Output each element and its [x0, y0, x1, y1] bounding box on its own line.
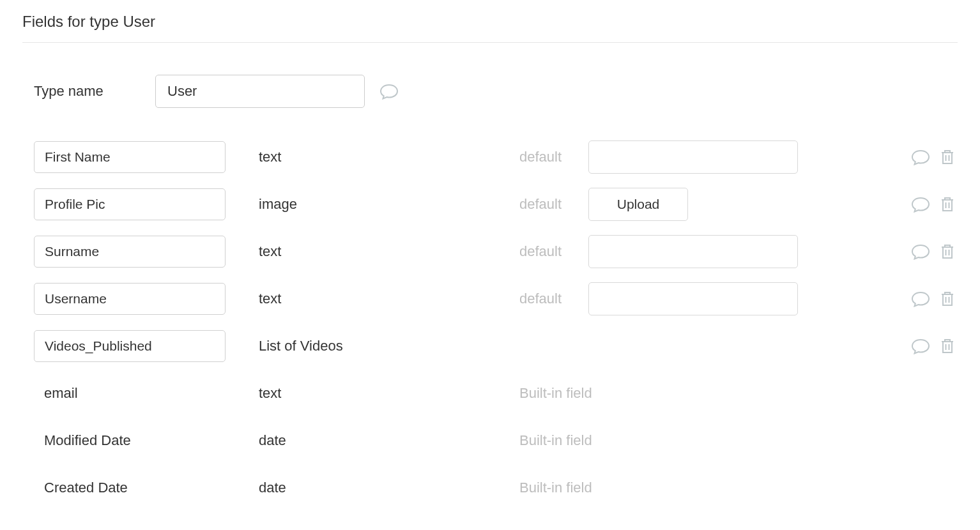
default-value-cell: Upload [588, 188, 799, 221]
default-label: default [519, 149, 588, 165]
default-label: Built-in field [519, 480, 799, 496]
type-name-row: Type name [22, 75, 958, 108]
trash-icon[interactable] [937, 241, 958, 262]
field-row: Modified DatedateBuilt-in field [34, 417, 958, 464]
field-actions [900, 147, 958, 167]
field-name-label: email [34, 385, 259, 402]
default-value-cell [588, 140, 799, 174]
default-value-input[interactable] [588, 140, 798, 174]
field-type-label: text [259, 385, 519, 402]
comment-icon[interactable] [910, 289, 931, 309]
field-type-label: text [259, 243, 519, 260]
field-name-label: Created Date [34, 480, 259, 496]
field-type-label: date [259, 432, 519, 449]
field-row: textdefault [34, 133, 958, 181]
default-value-cell [588, 282, 799, 315]
comment-icon[interactable] [910, 147, 931, 167]
default-label: default [519, 243, 588, 260]
default-value-input[interactable] [588, 235, 798, 268]
field-type-label: text [259, 291, 519, 307]
page-title: Fields for type User [22, 13, 958, 31]
trash-icon[interactable] [937, 147, 958, 167]
field-name-label: Modified Date [34, 432, 259, 449]
divider [22, 42, 958, 43]
default-label: default [519, 291, 588, 307]
field-row: List of Videos [34, 322, 958, 370]
field-name-input[interactable] [34, 236, 226, 268]
builtin-field-label: Built-in field [519, 385, 592, 401]
field-row: emailtextBuilt-in field [34, 370, 958, 417]
comment-icon[interactable] [379, 81, 399, 102]
comment-icon[interactable] [910, 336, 931, 356]
field-actions [900, 194, 958, 215]
field-actions [900, 241, 958, 262]
builtin-field-label: Built-in field [519, 432, 592, 448]
upload-button[interactable]: Upload [588, 188, 688, 221]
field-name-input[interactable] [34, 188, 226, 220]
default-value-input[interactable] [588, 282, 798, 315]
default-value-cell [588, 235, 799, 268]
field-type-label: image [259, 196, 519, 213]
default-label: default [519, 196, 588, 213]
trash-icon[interactable] [937, 336, 958, 356]
field-actions [900, 336, 958, 356]
builtin-field-label: Built-in field [519, 480, 592, 496]
field-type-label: text [259, 149, 519, 165]
default-label: Built-in field [519, 385, 799, 402]
field-row: imagedefaultUpload [34, 181, 958, 228]
type-name-input[interactable] [155, 75, 365, 108]
field-name-input[interactable] [34, 141, 226, 173]
field-row: Created DatedateBuilt-in field [34, 464, 958, 511]
field-actions [900, 289, 958, 309]
field-name-input[interactable] [34, 330, 226, 362]
comment-icon[interactable] [910, 241, 931, 262]
trash-icon[interactable] [937, 194, 958, 215]
field-row: textdefault [34, 228, 958, 275]
type-name-label: Type name [34, 83, 155, 100]
trash-icon[interactable] [937, 289, 958, 309]
field-name-input[interactable] [34, 283, 226, 315]
default-label: Built-in field [519, 432, 799, 449]
field-type-label: date [259, 480, 519, 496]
field-type-label: List of Videos [259, 338, 519, 354]
comment-icon[interactable] [910, 194, 931, 215]
field-row: textdefault [34, 275, 958, 322]
